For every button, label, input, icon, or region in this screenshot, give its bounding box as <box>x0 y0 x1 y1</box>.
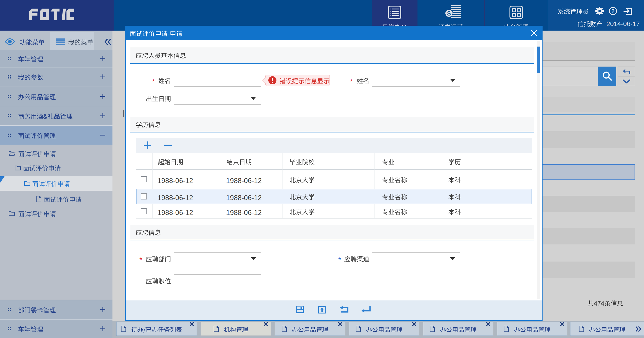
svg-text:?: ? <box>612 8 615 14</box>
svg-text:$: $ <box>447 10 451 17</box>
